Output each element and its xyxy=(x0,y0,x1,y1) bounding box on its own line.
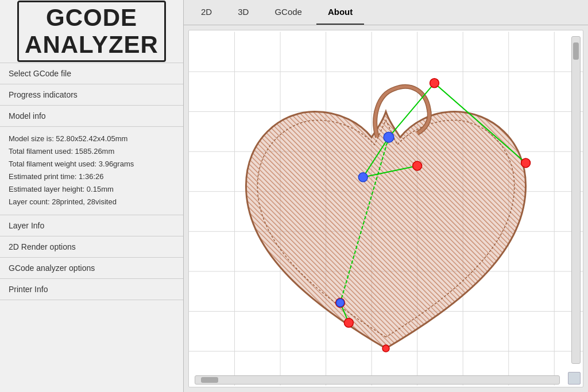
tab-2d[interactable]: 2D xyxy=(189,0,223,25)
layer-height-text: Estimated layer height: 0.15mm xyxy=(9,183,175,196)
tab-about[interactable]: About xyxy=(316,0,364,25)
svg-point-26 xyxy=(413,161,422,170)
sidebar-item-progress-indicators[interactable]: Progress indicators xyxy=(0,84,183,106)
svg-point-24 xyxy=(430,79,439,88)
total-filament-text: Total filament used: 1585.26mm xyxy=(9,145,175,158)
horizontal-scrollbar-thumb[interactable] xyxy=(201,377,218,383)
sidebar-item-gcode-analyzer-options[interactable]: GCode analyzer options xyxy=(0,258,183,279)
sidebar-item-model-info[interactable]: Model info xyxy=(0,106,183,127)
scrollbar-corner xyxy=(568,372,581,385)
sidebar: GCODEANALYZER Select GCode file Progress… xyxy=(0,0,184,392)
horizontal-scrollbar[interactable] xyxy=(195,375,560,385)
tab-gcode[interactable]: GCode xyxy=(263,0,314,25)
model-size-text: Model size is: 52.80x52.42x4.05mm xyxy=(9,133,175,145)
sidebar-item-select-gcode[interactable]: Select GCode file xyxy=(0,63,183,84)
sidebar-item-2d-render-options[interactable]: 2D Render options xyxy=(0,236,183,258)
layer-count-text: Layer count: 28printed, 28visited xyxy=(9,196,175,208)
svg-point-27 xyxy=(344,318,353,327)
tab-3d[interactable]: 3D xyxy=(226,0,260,25)
svg-point-29 xyxy=(382,345,389,352)
grid-svg xyxy=(189,30,583,387)
svg-point-30 xyxy=(384,132,394,142)
model-info-block: Model size is: 52.80x52.42x4.05mm Total … xyxy=(0,127,183,215)
total-weight-text: Total filament weight used: 3.96grams xyxy=(9,158,175,170)
render-canvas[interactable] xyxy=(188,30,583,387)
svg-point-25 xyxy=(521,158,531,168)
svg-point-31 xyxy=(358,173,368,182)
sidebar-item-layer-info[interactable]: Layer Info xyxy=(0,215,183,236)
vertical-scrollbar-thumb[interactable] xyxy=(573,42,579,60)
sidebar-item-printer-info[interactable]: Printer Info xyxy=(0,279,183,300)
app-logo: GCODEANALYZER xyxy=(17,1,166,61)
vertical-scrollbar[interactable] xyxy=(571,36,581,364)
logo-area: GCODEANALYZER xyxy=(0,0,183,63)
tab-bar: 2D 3D GCode About xyxy=(184,0,588,25)
print-time-text: Estimated print time: 1:36:26 xyxy=(9,170,175,183)
main-panel: 2D 3D GCode About xyxy=(184,0,588,392)
svg-point-32 xyxy=(336,299,345,307)
